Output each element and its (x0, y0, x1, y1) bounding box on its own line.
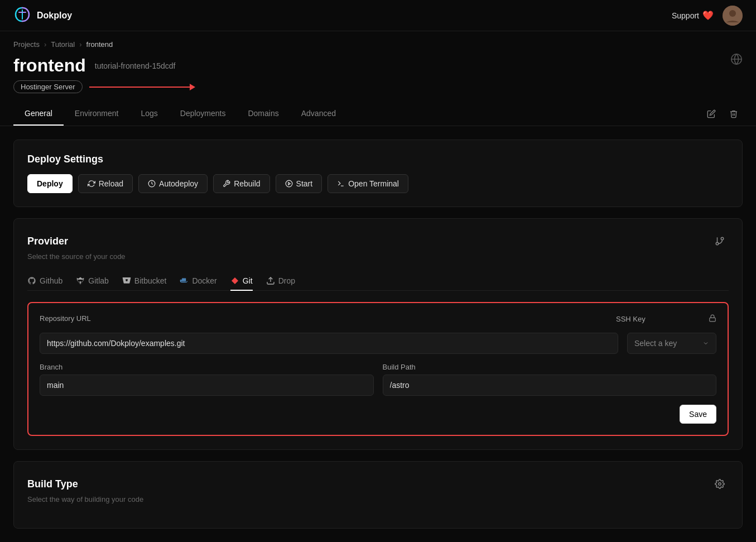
support-button[interactable]: Support ❤️ (672, 10, 714, 21)
svg-point-9 (716, 242, 719, 245)
rebuild-button[interactable]: Rebuild (213, 174, 269, 193)
provider-title: Provider (27, 236, 68, 247)
svg-point-8 (721, 237, 724, 240)
deploy-settings-title: Deploy Settings (27, 154, 729, 165)
breadcrumb-tutorial[interactable]: Tutorial (51, 40, 75, 49)
save-row: Save (40, 405, 716, 424)
globe-button[interactable] (730, 53, 743, 67)
build-type-subtitle: Select the way of building your code (27, 495, 729, 503)
branch-input[interactable] (40, 375, 374, 396)
svg-point-1 (729, 10, 736, 17)
provider-tab-docker[interactable]: Docker (180, 272, 216, 291)
build-path-label-wrap: Build Path (383, 363, 717, 371)
ssh-label-row: SSH Key (616, 314, 716, 324)
deploy-button[interactable]: Deploy (27, 174, 73, 193)
tab-logs[interactable]: Logs (129, 102, 168, 126)
provider-tab-gitlab[interactable]: Gitlab (76, 272, 109, 291)
support-label: Support (672, 11, 699, 20)
ssh-key-label: SSH Key (616, 315, 646, 323)
repo-url-group: Repository URL (40, 314, 607, 323)
ssh-key-group: SSH Key (616, 314, 716, 324)
avatar[interactable] (723, 6, 743, 26)
deploy-buttons: Deploy Reload Autodeploy Rebuild Start O… (27, 174, 729, 193)
build-type-settings-icon[interactable] (711, 475, 729, 493)
branch-label: Branch (40, 363, 374, 371)
build-type-title: Build Type (27, 478, 78, 490)
build-type-card: Build Type Select the way of building yo… (13, 461, 743, 529)
tab-general[interactable]: General (13, 102, 64, 126)
provider-card-header: Provider (27, 232, 729, 250)
content: Deploy Settings Deploy Reload Autodeploy… (0, 126, 756, 542)
provider-subtitle: Select the source of your code (27, 252, 729, 261)
svg-rect-13 (182, 279, 184, 280)
server-badge-label: Hostinger Server (21, 83, 75, 91)
breadcrumb-projects[interactable]: Projects (13, 40, 40, 49)
breadcrumb: Projects › Tutorial › frontend (0, 31, 756, 53)
deploy-settings-card: Deploy Settings Deploy Reload Autodeploy… (13, 140, 743, 207)
edit-button[interactable] (702, 105, 720, 123)
logo-text: Dokploy (37, 11, 72, 21)
svg-rect-16 (710, 318, 716, 321)
red-arrow-annotation (89, 84, 195, 90)
reload-button[interactable]: Reload (78, 174, 133, 193)
svg-rect-11 (182, 280, 184, 281)
svg-point-4 (286, 180, 292, 187)
heart-icon: ❤️ (702, 10, 714, 21)
branch-buildpath-labels: Branch Build Path (40, 363, 716, 371)
provider-tab-git[interactable]: Git (230, 272, 253, 291)
open-terminal-button[interactable]: Open Terminal (328, 174, 408, 193)
provider-card: Provider Select the source of your code … (13, 218, 743, 450)
svg-rect-10 (181, 280, 182, 281)
repository-url-input[interactable] (40, 333, 618, 354)
server-badge[interactable]: Hostinger Server (13, 80, 83, 93)
url-input-ssh-select-row: Select a key (40, 333, 716, 354)
svg-rect-14 (184, 279, 186, 280)
svg-rect-12 (184, 280, 186, 281)
git-form: Repository URL SSH Key Select a key (27, 302, 729, 436)
build-path-input[interactable] (383, 375, 717, 396)
header: Dokploy Support ❤️ (0, 0, 756, 31)
build-type-header: Build Type (27, 475, 729, 493)
breadcrumb-sep-2: › (79, 40, 81, 49)
url-ssh-row: Repository URL SSH Key (40, 314, 716, 324)
tab-actions (702, 105, 743, 123)
repo-url-label: Repository URL (40, 314, 607, 323)
page-title-area: frontend tutorial-frontend-15dcdf Hostin… (0, 53, 756, 102)
provider-tabs: Github Gitlab Bitbucket Docker Git (27, 272, 729, 291)
main-tabs: General Environment Logs Deployments Dom… (13, 102, 347, 126)
save-button[interactable]: Save (680, 405, 716, 424)
provider-tab-github[interactable]: Github (27, 272, 62, 291)
breadcrumb-frontend: frontend (86, 40, 113, 49)
tabs-container: General Environment Logs Deployments Dom… (0, 102, 756, 126)
title-row: frontend tutorial-frontend-15dcdf (13, 55, 743, 76)
ssh-key-select[interactable]: Select a key (627, 333, 716, 354)
header-right: Support ❤️ (672, 6, 743, 26)
ssh-key-placeholder: Select a key (634, 339, 677, 348)
tab-domains[interactable]: Domains (237, 102, 290, 126)
logo-icon (13, 6, 31, 25)
branch-buildpath-row (40, 375, 716, 396)
header-left: Dokploy (13, 6, 72, 25)
tab-environment[interactable]: Environment (64, 102, 130, 126)
page-title: frontend (13, 55, 86, 76)
annotation-row: Hostinger Server (13, 80, 743, 93)
tab-advanced[interactable]: Advanced (290, 102, 347, 126)
lock-icon (709, 314, 716, 324)
provider-tab-bitbucket[interactable]: Bitbucket (122, 272, 167, 291)
provider-git-icon[interactable] (711, 232, 729, 250)
delete-button[interactable] (725, 105, 743, 123)
tab-deployments[interactable]: Deployments (169, 102, 237, 126)
autodeploy-button[interactable]: Autodeploy (138, 174, 208, 193)
breadcrumb-sep-1: › (44, 40, 46, 49)
svg-marker-5 (288, 183, 290, 185)
branch-label-wrap: Branch (40, 363, 374, 371)
app-id: tutorial-frontend-15dcdf (95, 61, 176, 70)
start-button[interactable]: Start (276, 174, 322, 193)
svg-point-17 (719, 483, 721, 486)
provider-tab-drop[interactable]: Drop (266, 272, 295, 291)
build-path-label: Build Path (383, 363, 717, 371)
